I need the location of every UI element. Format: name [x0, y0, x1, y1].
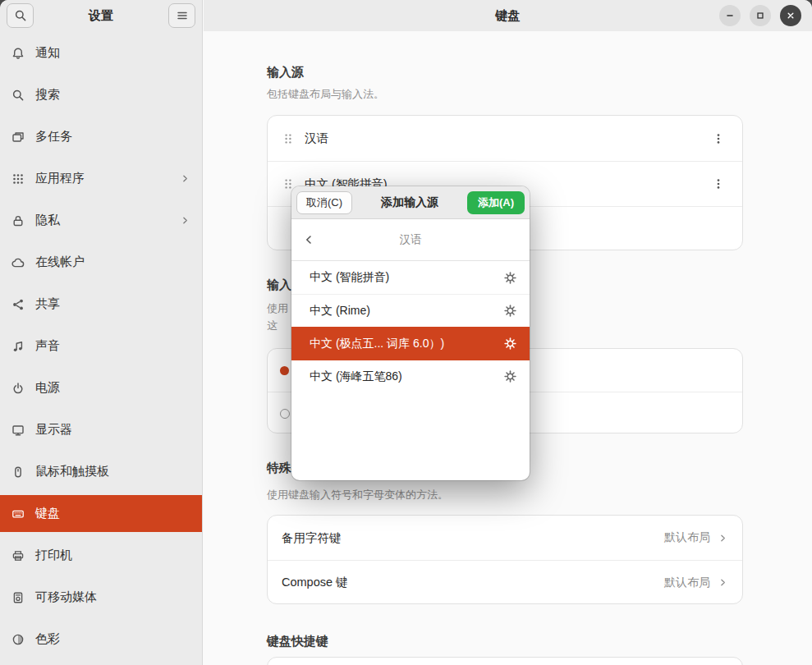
- sidebar-item-keyboard[interactable]: 键盘: [0, 495, 202, 532]
- special-characters-list: 备用字符键 默认布局 Compose 键 默认布局: [267, 515, 743, 604]
- search-button[interactable]: [7, 3, 34, 28]
- input-method-row[interactable]: 中文 (智能拼音): [291, 261, 530, 294]
- input-switching-line2: 这: [267, 319, 278, 333]
- sidebar-item-label: 鼠标和触摸板: [35, 464, 109, 479]
- lock-icon: [11, 214, 25, 227]
- gear-icon[interactable]: [503, 271, 517, 285]
- input-sources-heading: 输入源: [267, 64, 304, 80]
- dialog-title: 添加输入源: [356, 195, 464, 210]
- sidebar-item-color[interactable]: 色彩: [0, 621, 202, 658]
- cloud-icon: [11, 256, 25, 269]
- maximize-button[interactable]: [750, 5, 771, 26]
- sidebar-title: 设置: [39, 8, 163, 24]
- alternate-characters-row[interactable]: 备用字符键 默认布局: [268, 516, 742, 560]
- input-source-row[interactable]: 汉语: [268, 116, 742, 161]
- kebab-menu-icon: [712, 177, 725, 190]
- sidebar-item-removable-media[interactable]: 可移动媒体: [0, 579, 202, 616]
- sidebar-item-multitasking[interactable]: 多任务: [0, 118, 202, 155]
- chevron-left-icon: [302, 233, 315, 246]
- sidebar-item-label: 可移动媒体: [35, 589, 97, 605]
- input-method-row-selected[interactable]: 中文 (极点五... 词库 6.0）): [291, 327, 530, 360]
- sidebar-item-label: 共享: [35, 296, 60, 312]
- cancel-button[interactable]: 取消(C): [296, 191, 352, 214]
- search-icon: [14, 9, 27, 22]
- input-source-label: 汉语: [305, 131, 328, 146]
- minimize-icon: [724, 10, 736, 21]
- minimize-button[interactable]: [719, 5, 741, 26]
- sidebar-item-applications[interactable]: 应用程序: [0, 160, 202, 197]
- gear-icon[interactable]: [503, 337, 517, 351]
- close-icon: [785, 10, 796, 21]
- language-group-label: 汉语: [400, 232, 422, 247]
- sidebar-list: 通知 搜索 多任务 应用程序 隐私 在线帐户 共享 声音 电源 显示器 鼠标和触…: [0, 34, 202, 663]
- sidebar-item-label: 声音: [35, 338, 60, 354]
- window-controls: [719, 5, 801, 26]
- sidebar-item-search[interactable]: 搜索: [0, 76, 202, 113]
- sidebar-item-privacy[interactable]: 隐私: [0, 202, 202, 239]
- sidebar-item-power[interactable]: 电源: [0, 369, 202, 406]
- color-profile-icon: [11, 633, 25, 646]
- sidebar-item-online-accounts[interactable]: 在线帐户: [0, 244, 202, 281]
- row-value: 默认布局: [664, 576, 710, 590]
- sidebar-item-mouse-touchpad[interactable]: 鼠标和触摸板: [0, 453, 202, 490]
- input-method-label: 中文 (海峰五笔86): [310, 369, 402, 384]
- chevron-right-icon: [180, 173, 190, 184]
- input-method-row[interactable]: 中文 (Rime): [291, 294, 530, 327]
- multitask-icon: [11, 131, 25, 144]
- chevron-right-icon: [718, 533, 728, 543]
- gear-icon[interactable]: [503, 304, 517, 318]
- sidebar: 设置 通知 搜索 多任务 应用程序 隐私 在线帐户 共享 声音 电源 显示器 鼠…: [0, 0, 203, 665]
- input-method-label: 中文 (极点五... 词库 6.0）): [310, 337, 444, 351]
- add-input-source-dialog: 取消(C) 添加输入源 添加(A) 汉语 中文 (智能拼音) 中文 (Rime)…: [291, 186, 530, 480]
- sidebar-item-notifications[interactable]: 通知: [0, 34, 202, 71]
- input-sources-subtitle: 包括键盘布局与输入法。: [267, 87, 384, 102]
- close-button[interactable]: [780, 5, 801, 26]
- row-menu-button[interactable]: [709, 174, 728, 194]
- printer-icon: [11, 549, 25, 562]
- input-method-list: 中文 (智能拼音) 中文 (Rime) 中文 (极点五... 词库 6.0）) …: [291, 261, 530, 392]
- compose-key-row[interactable]: Compose 键 默认布局: [268, 560, 742, 604]
- main-menu-button[interactable]: [168, 3, 195, 28]
- sidebar-header: 设置: [0, 0, 202, 31]
- sidebar-item-label: 通知: [35, 45, 60, 61]
- row-label: Compose 键: [282, 575, 348, 590]
- sidebar-item-label: 键盘: [35, 506, 60, 521]
- keyboard-shortcuts-card: [267, 657, 743, 665]
- sidebar-item-printers[interactable]: 打印机: [0, 537, 202, 574]
- dialog-breadcrumb: 汉语: [291, 219, 530, 261]
- bell-icon: [11, 47, 25, 60]
- keyboard-icon: [11, 507, 25, 521]
- row-label: 备用字符键: [282, 530, 342, 546]
- radio-unselected-icon[interactable]: [280, 409, 290, 419]
- apps-grid-icon: [11, 172, 25, 186]
- gear-icon[interactable]: [503, 369, 517, 383]
- sidebar-item-label: 在线帐户: [35, 255, 85, 270]
- add-button[interactable]: 添加(A): [467, 191, 525, 214]
- kebab-menu-icon: [712, 132, 725, 145]
- sidebar-item-sound[interactable]: 声音: [0, 328, 202, 365]
- display-icon: [11, 424, 25, 437]
- power-icon: [11, 382, 25, 395]
- sidebar-item-label: 隐私: [35, 213, 60, 228]
- search-icon: [11, 89, 25, 102]
- sidebar-item-label: 打印机: [35, 548, 72, 563]
- hamburger-menu-icon: [176, 9, 189, 22]
- sidebar-item-displays[interactable]: 显示器: [0, 411, 202, 448]
- sidebar-item-label: 多任务: [35, 129, 72, 144]
- input-method-row[interactable]: 中文 (海峰五笔86): [291, 360, 530, 392]
- input-method-label: 中文 (Rime): [310, 304, 370, 319]
- sidebar-item-label: 搜索: [35, 87, 60, 103]
- settings-window: 设置 通知 搜索 多任务 应用程序 隐私 在线帐户 共享 声音 电源 显示器 鼠…: [0, 0, 812, 665]
- row-menu-button[interactable]: [709, 129, 728, 149]
- drag-handle-icon[interactable]: [282, 132, 295, 145]
- radio-selected-icon[interactable]: [280, 366, 289, 375]
- sidebar-item-label: 电源: [35, 380, 60, 396]
- keyboard-shortcuts-heading: 键盘快捷键: [267, 633, 328, 649]
- page-title: 键盘: [496, 8, 521, 24]
- back-button[interactable]: [298, 229, 319, 250]
- sidebar-item-label: 应用程序: [35, 171, 85, 186]
- sidebar-item-label: 显示器: [35, 422, 72, 438]
- sidebar-item-sharing[interactable]: 共享: [0, 286, 202, 323]
- input-method-label: 中文 (智能拼音): [310, 270, 389, 285]
- dialog-header: 取消(C) 添加输入源 添加(A): [291, 186, 530, 219]
